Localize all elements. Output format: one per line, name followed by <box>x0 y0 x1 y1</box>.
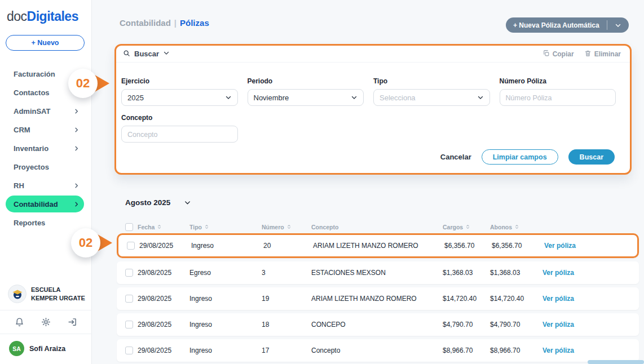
row-checkbox[interactable] <box>127 242 135 250</box>
row-checkbox[interactable] <box>125 347 133 354</box>
sidebar-icon-bar <box>0 317 92 327</box>
month-filter[interactable]: Agosto 2025 <box>125 198 191 207</box>
tipo-label: Tipo <box>373 77 490 85</box>
ver-poliza-link[interactable]: Ver póliza <box>542 269 639 277</box>
column-label: Concepto <box>311 224 338 230</box>
field-ejercicio: Ejercicio 2025 <box>121 63 238 106</box>
table-body: 29/08/2025Ingreso20ARIAM LIZETH MANZO RO… <box>117 233 639 362</box>
sidebar-item-label: Contactos <box>14 88 50 97</box>
ejercicio-select[interactable]: 2025 <box>121 89 238 106</box>
sort-icon[interactable] <box>514 224 519 231</box>
app-root: docDigitales + Nuevo FacturaciónContacto… <box>0 0 644 364</box>
sidebar-item-reportes[interactable]: Reportes <box>6 214 84 231</box>
ver-poliza-link[interactable]: Ver póliza <box>542 347 639 354</box>
row-checkbox[interactable] <box>125 321 133 329</box>
breadcrumb: Contabilidad|Pólizas <box>120 18 209 28</box>
select-all-checkbox[interactable] <box>125 223 133 231</box>
cell-cargos: $1,368.03 <box>443 269 490 277</box>
ver-poliza-link[interactable]: Ver póliza <box>542 321 639 329</box>
buscar-toggle[interactable]: Buscar <box>123 50 170 59</box>
sidebar-item-rh[interactable]: RH <box>6 177 84 194</box>
table-header: FechaTipoNúmeroConceptoCargosAbonos <box>117 222 639 232</box>
sidebar-item-label: Facturación <box>14 70 55 78</box>
numero-poliza-input[interactable] <box>500 89 616 106</box>
sidebar-item-proyectos[interactable]: Proyectos <box>6 158 84 175</box>
sort-icon[interactable] <box>286 224 292 231</box>
cell-tipo: Ingreso <box>191 242 263 250</box>
trash-icon <box>584 50 592 59</box>
cancelar-button[interactable]: Cancelar <box>440 153 471 161</box>
concepto-input[interactable] <box>121 126 238 143</box>
cell-abonos: $4,790.70 <box>490 321 542 329</box>
user-profile[interactable]: SA Sofi Araiza <box>0 341 92 356</box>
row-checkbox[interactable] <box>125 295 133 303</box>
periodo-select[interactable]: Noviembre <box>248 89 364 106</box>
account-name: ESCUELA KEMPER URGATE <box>31 286 87 302</box>
sidebar-item-adminsat[interactable]: AdminSAT <box>6 103 84 119</box>
column-header-cargos[interactable]: Cargos <box>443 224 490 231</box>
periodo-value: Noviembre <box>254 94 289 102</box>
tipo-select[interactable]: Selecciona <box>373 89 490 106</box>
cell-concepto: ARIAM LIZETH MANZO ROMERO <box>313 242 444 250</box>
table-row[interactable]: 29/08/2025Ingreso19ARIAM LIZETH MANZO RO… <box>117 287 639 310</box>
column-label: Fecha <box>138 224 155 230</box>
column-header-tipo[interactable]: Tipo <box>189 224 262 231</box>
table-row[interactable]: 29/08/2025Ingreso17Concepto$8,966.70$8,9… <box>117 339 639 362</box>
gear-icon[interactable] <box>41 317 51 327</box>
panel-actions: Copiar Eliminar <box>542 50 621 59</box>
page-title: Pólizas <box>180 18 209 28</box>
column-header-fecha[interactable]: Fecha <box>138 224 189 231</box>
nueva-poliza-automatica-button[interactable]: + Nueva Póliza Automática <box>506 17 629 33</box>
cell-numero: 3 <box>262 269 311 277</box>
logout-icon[interactable] <box>68 317 77 327</box>
column-header-número[interactable]: Número <box>262 224 311 231</box>
table-row[interactable]: 29/08/2025Egreso3ESTACIONES MEXSON$1,368… <box>117 261 639 284</box>
sort-icon[interactable] <box>204 224 209 231</box>
horizontal-scrollbar[interactable] <box>588 360 644 364</box>
account-switcher[interactable]: ESCUELA KEMPER URGATE <box>0 285 92 303</box>
table-row[interactable]: 29/08/2025Ingreso18CONCEPO$4,790.70$4,79… <box>117 313 639 336</box>
limpiar-campos-button[interactable]: Limpiar campos <box>482 149 558 165</box>
sort-icon[interactable] <box>465 224 470 231</box>
copiar-button[interactable]: Copiar <box>542 50 574 59</box>
field-concepto: Concepto <box>121 106 238 143</box>
bell-icon[interactable] <box>15 317 24 327</box>
sidebar-item-contabilidad[interactable]: Contabilidad <box>6 196 84 212</box>
chevron-down-icon[interactable] <box>184 199 191 206</box>
chevron-right-icon <box>73 201 80 207</box>
cell-numero: 17 <box>262 347 311 354</box>
user-name: Sofi Araiza <box>29 345 65 353</box>
cell-fecha: 29/08/2025 <box>138 269 189 277</box>
column-label: Tipo <box>189 224 202 230</box>
column-label: Cargos <box>443 224 463 230</box>
cell-concepto: CONCEPO <box>311 321 443 329</box>
row-checkbox[interactable] <box>125 269 133 277</box>
ver-poliza-link[interactable]: Ver póliza <box>544 242 637 250</box>
concepto-label: Concepto <box>121 114 238 122</box>
divider <box>0 334 92 334</box>
sidebar-item-inventario[interactable]: Inventario <box>6 140 84 157</box>
user-avatar: SA <box>9 341 24 356</box>
cell-cargos: $8,966.70 <box>443 347 490 354</box>
step-badge: 02 <box>68 69 98 98</box>
sort-icon[interactable] <box>157 224 162 231</box>
nuevo-button[interactable]: + Nuevo <box>6 35 85 51</box>
buscar-label: Buscar <box>134 50 159 58</box>
eliminar-button[interactable]: Eliminar <box>584 50 621 59</box>
school-logo-avatar <box>8 285 27 303</box>
chevron-down-icon <box>225 94 232 101</box>
cell-abonos: $6,356.70 <box>492 242 544 250</box>
column-header-abonos[interactable]: Abonos <box>490 224 542 231</box>
buscar-button[interactable]: Buscar <box>568 149 615 165</box>
cell-fecha: 29/08/2025 <box>138 321 189 329</box>
search-panel: Buscar Copiar Eliminar Ejercicio 2025 <box>114 44 632 175</box>
chevron-right-icon <box>73 145 80 152</box>
table-row[interactable]: 29/08/2025Ingreso20ARIAM LIZETH MANZO RO… <box>117 233 639 258</box>
ver-poliza-link[interactable]: Ver póliza <box>542 295 639 303</box>
chevron-down-icon[interactable] <box>607 22 629 29</box>
chevron-down-icon <box>351 94 358 101</box>
cell-fecha: 29/08/2025 <box>139 242 191 250</box>
sidebar-item-crm[interactable]: CRM <box>6 121 84 138</box>
cell-tipo: Ingreso <box>189 321 262 329</box>
sidebar-item-label: Reportes <box>14 219 45 227</box>
